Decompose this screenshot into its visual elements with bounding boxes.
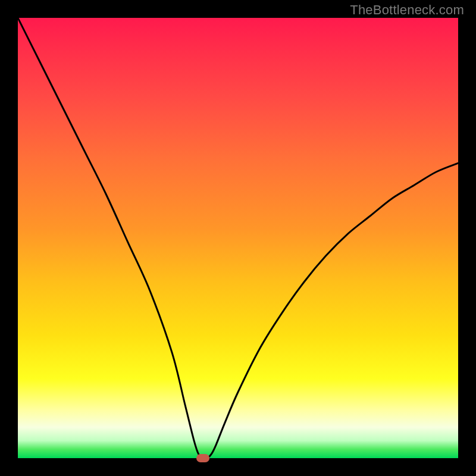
bottleneck-curve [18, 18, 458, 458]
watermark-text: TheBottleneck.com [350, 2, 464, 18]
chart-frame: TheBottleneck.com [0, 0, 476, 476]
plot-area [18, 18, 458, 458]
optimal-point-marker [196, 454, 209, 462]
